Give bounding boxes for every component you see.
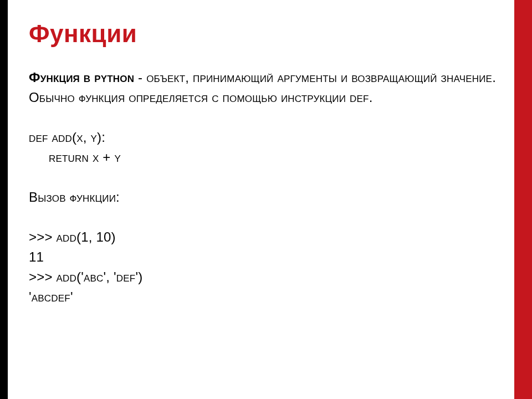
repl-line-2: >>> add('abc', 'def') bbox=[29, 267, 499, 287]
repl-result-1: 11 bbox=[29, 247, 499, 267]
spacer bbox=[29, 108, 499, 127]
repl-result-2: 'abcdef' bbox=[29, 287, 499, 307]
slide-body: Функция в python - объект, принимающий а… bbox=[29, 68, 499, 307]
spacer bbox=[29, 207, 499, 227]
definition-line: Функция в python - объект, принимающий а… bbox=[29, 68, 499, 88]
definition-lead: Функция в python bbox=[29, 70, 134, 85]
call-header: Вызов функции: bbox=[29, 187, 499, 207]
slide-title: Функции bbox=[29, 20, 499, 48]
right-accent-bar bbox=[514, 0, 532, 399]
left-accent-bar bbox=[0, 0, 8, 399]
slide-content: Функции Функция в python - объект, прини… bbox=[8, 0, 514, 399]
definition-rest: - объект, принимающий аргументы и возвра… bbox=[134, 70, 496, 85]
spacer bbox=[29, 167, 499, 187]
def-statement: Обычно функция определяется с помощью ин… bbox=[29, 88, 499, 108]
repl-line-1: >>> add(1, 10) bbox=[29, 227, 499, 247]
code-def-line: def add(x, y): bbox=[29, 127, 499, 147]
code-return-line: return x + y bbox=[29, 147, 499, 167]
